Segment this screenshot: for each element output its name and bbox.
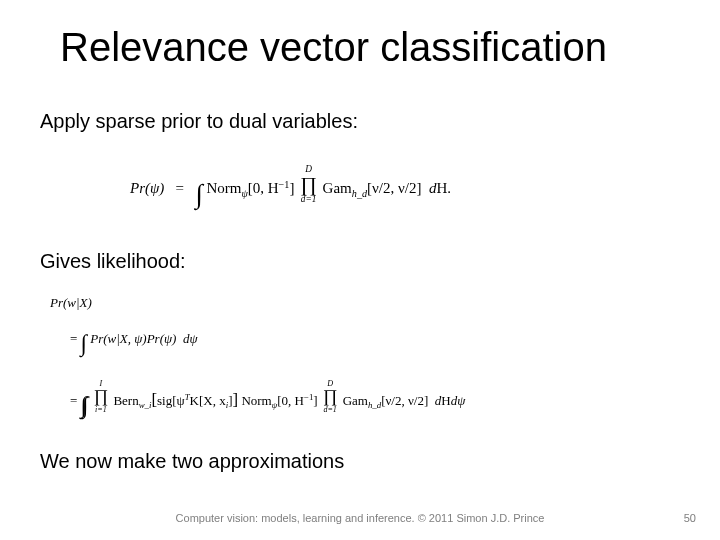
body-line-3: We now make two approximations xyxy=(40,450,660,473)
page-number: 50 xyxy=(684,512,696,524)
product-icon: D∏d=1 xyxy=(300,165,317,204)
equation-likelihood-lhs: Pr(w|X) xyxy=(50,295,92,311)
footer-text: Computer vision: models, learning and in… xyxy=(0,512,720,524)
body-line-2: Gives likelihood: xyxy=(40,250,660,273)
equation-prior: Pr(ψ) = ∫ Normψ[0, H−1] D∏d=1 Gamh_d[ν/2… xyxy=(130,165,451,210)
slide: Relevance vector classification Apply sp… xyxy=(0,0,720,540)
equation-likelihood-line2: = ∫∫ I∏i=1 Bernw_i[sig[ψTK[X, xi]] Normψ… xyxy=(70,380,465,419)
slide-title: Relevance vector classification xyxy=(60,26,660,68)
equation-likelihood-line1: = ∫ Pr(w|X, ψ)Pr(ψ) dψ xyxy=(70,330,198,357)
product-icon: D∏d=1 xyxy=(323,380,337,414)
product-icon: I∏i=1 xyxy=(94,380,108,414)
body-line-1: Apply sparse prior to dual variables: xyxy=(40,110,660,133)
